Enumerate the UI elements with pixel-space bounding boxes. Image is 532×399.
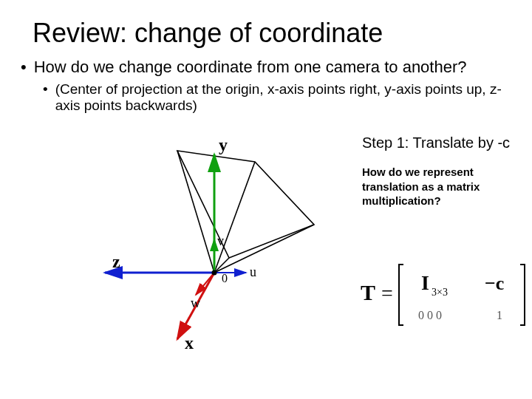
x-label: x [185, 333, 194, 350]
matrix-negc: −c [485, 273, 504, 294]
coordinate-diagram: y x z u v w 0 [96, 129, 318, 350]
matrix-T: T [361, 280, 375, 304]
frustum-wireframe [177, 151, 314, 273]
bullet-level1: • How do we change coordinate from one c… [21, 58, 511, 77]
bullet-dot: • [21, 58, 27, 77]
bullet2-text: (Center of projection at the origin, x-a… [55, 81, 511, 114]
y-label: y [219, 135, 228, 154]
v-label: v [217, 233, 224, 248]
origin-label: 0 [222, 272, 228, 284]
bullet1-text: How do we change coordinate from one cam… [34, 58, 467, 77]
matrix-equation: T = I 3×3 −c 0 0 0 1 [355, 254, 532, 335]
question-text: How do we represent translation as a mat… [362, 165, 532, 208]
slide-title: Review: change of coordinate [33, 18, 532, 49]
matrix-I-dim: 3×3 [432, 287, 448, 298]
matrix-eq-sign: = [381, 282, 393, 304]
content-row: y x z u v w 0 Step 1: Translate by -c Ho… [0, 121, 532, 358]
matrix-row-zeros: 0 0 0 [418, 309, 442, 321]
z-label: z [112, 252, 120, 271]
right-column: Step 1: Translate by -c How do we repres… [362, 134, 532, 222]
matrix-I: I [421, 271, 429, 294]
u-label: u [250, 265, 256, 279]
w-label: w [191, 296, 200, 310]
origin-point [212, 270, 217, 276]
step-text: Step 1: Translate by -c [362, 134, 532, 151]
bullet-dot: • [43, 81, 48, 114]
bullet-level2: • (Center of projection at the origin, x… [43, 81, 511, 114]
matrix-row-one: 1 [497, 309, 502, 321]
